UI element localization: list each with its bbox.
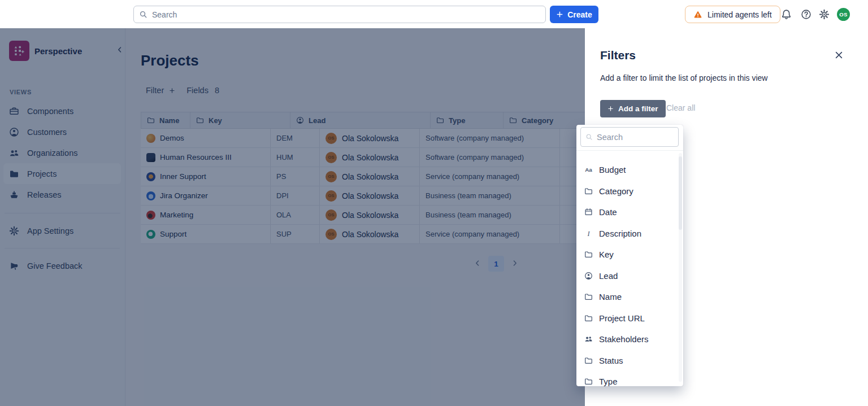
lead-name: Ola Sokolowska — [342, 230, 398, 239]
create-button[interactable]: Create — [550, 6, 598, 23]
filter-option-lead[interactable]: Lead — [576, 265, 683, 287]
column-header[interactable]: Name — [141, 112, 190, 128]
plus-icon — [556, 11, 563, 18]
sidebar-divider — [5, 213, 120, 213]
sidebar-item-app-settings[interactable]: App Settings — [3, 220, 121, 241]
sidebar-item-label: App Settings — [27, 226, 73, 235]
column-header[interactable]: Key — [190, 112, 290, 128]
lead-name: Ola Sokolowska — [342, 153, 398, 162]
settings-button[interactable] — [819, 9, 830, 20]
project-name-cell: Human Resources III — [141, 148, 270, 167]
project-lead-cell: OS Ola Sokolowska — [319, 129, 419, 147]
folder-icon — [584, 356, 593, 365]
filter-option-key[interactable]: Key — [576, 244, 683, 265]
next-page-button[interactable] — [510, 259, 520, 269]
sidebar-item-label: Give Feedback — [27, 261, 83, 270]
table-row[interactable]: Marketing OLA OS Ola Sokolowska Business… — [141, 206, 632, 225]
sidebar-item-customers[interactable]: Customers — [3, 121, 121, 142]
project-type-cell: Service (company managed) — [419, 225, 559, 243]
bell-icon — [781, 9, 792, 20]
filter-option-name[interactable]: Name — [576, 286, 683, 308]
lead-avatar: OS — [326, 152, 337, 163]
organizations-icon — [9, 148, 19, 158]
app-logo-icon — [9, 41, 29, 61]
filter-option-type[interactable]: Type — [576, 371, 683, 386]
table-row[interactable]: Jira Organizer DPI OS Ola Sokolowska Bus… — [141, 186, 632, 206]
prev-page-button[interactable] — [472, 259, 483, 269]
sidebar-item-label: Releases — [27, 190, 61, 199]
dropdown-scrollbar[interactable] — [679, 153, 682, 382]
add-filter-button-label: Add a filter — [618, 104, 658, 113]
limited-agents-badge[interactable]: Limited agents left — [685, 6, 780, 23]
project-key-cell: OLA — [270, 206, 319, 224]
project-key-cell: HUM — [270, 148, 319, 167]
filter-option-description[interactable]: Description — [576, 223, 683, 245]
close-panel-button[interactable] — [832, 50, 845, 62]
table-body: Demos DEM OS Ola Sokolowska Software (co… — [141, 129, 632, 244]
project-name: Inner Support — [160, 172, 206, 181]
column-header[interactable]: Category — [503, 112, 553, 128]
dropdown-search — [580, 127, 679, 147]
sidebar-item-releases[interactable]: Releases — [3, 184, 121, 205]
chevron-left-icon — [474, 259, 481, 267]
person-icon — [584, 272, 593, 280]
table-row[interactable]: Inner Support PS OS Ola Sokolowska Servi… — [141, 167, 632, 186]
filter-option-stakeholders[interactable]: Stakeholders — [576, 329, 683, 350]
filter-option-project-url[interactable]: Project URL — [576, 308, 683, 329]
view-toolbar: Filter Fields 8 — [146, 86, 219, 95]
filter-option-status[interactable]: Status — [576, 350, 683, 372]
help-button[interactable] — [801, 9, 811, 20]
filter-option-category[interactable]: Category — [576, 181, 683, 202]
folder-icon — [196, 116, 204, 124]
column-header[interactable]: Type — [430, 112, 503, 128]
filters-panel-title: Filters — [600, 49, 636, 62]
top-bar: Create Limited agents left OS — [0, 0, 868, 28]
sidebar-item-label: Organizations — [27, 149, 77, 158]
app-name: Perspective — [34, 46, 82, 56]
megaphone-icon — [9, 261, 19, 271]
project-name: Marketing — [160, 211, 193, 219]
create-button-label: Create — [567, 10, 592, 19]
notifications-button[interactable] — [781, 9, 792, 20]
gear-icon — [819, 9, 830, 20]
project-name-cell: Demos — [141, 129, 270, 147]
sidebar-item-give-feedback[interactable]: Give Feedback — [3, 255, 121, 276]
table-row[interactable]: Support SUP OS Ola Sokolowska Service (c… — [141, 225, 632, 244]
sidebar-item-organizations[interactable]: Organizations — [3, 142, 121, 163]
sidebar-collapse-button[interactable] — [114, 45, 125, 56]
sidebar-footer-nav: App Settings Give Feedback — [3, 220, 121, 276]
filter-option-label: Date — [599, 207, 617, 217]
filter-option-label: Key — [599, 250, 614, 259]
folder-icon — [584, 377, 593, 386]
column-header[interactable]: Lead — [290, 112, 430, 128]
filter-option-date[interactable]: Date — [576, 202, 683, 223]
filter-option-label: Description — [599, 229, 641, 238]
project-name-cell: Jira Organizer — [141, 186, 270, 205]
project-key-cell: PS — [270, 167, 319, 186]
column-header-label: Name — [159, 116, 179, 125]
fields-button[interactable]: Fields 8 — [186, 86, 219, 95]
add-filter-button[interactable]: Add a filter — [600, 100, 666, 117]
filter-option-budget[interactable]: Budget — [576, 159, 683, 181]
people-icon — [584, 335, 593, 343]
global-search-input[interactable] — [133, 6, 546, 23]
plus-icon — [169, 88, 175, 94]
sidebar-nav: Components Customers Organizations Proje… — [3, 101, 121, 205]
sidebar-item-projects[interactable]: Projects — [3, 163, 121, 184]
filters-panel-description: Add a filter to limit the list of projec… — [600, 73, 767, 82]
main-content: Projects Filter Fields 8 Name — [125, 28, 585, 406]
close-icon — [834, 50, 844, 60]
project-type-cell: Software (company managed) — [419, 129, 559, 147]
table-row[interactable]: Demos DEM OS Ola Sokolowska Software (co… — [141, 129, 632, 148]
filter-button[interactable]: Filter — [146, 86, 175, 95]
user-avatar[interactable]: OS — [837, 8, 850, 21]
sidebar-item-components[interactable]: Components — [3, 101, 121, 121]
dropdown-search-input[interactable] — [581, 128, 678, 146]
lead-name: Ola Sokolowska — [342, 172, 398, 181]
folder-icon — [436, 116, 444, 124]
lead-avatar: OS — [326, 190, 337, 202]
components-icon — [9, 106, 19, 116]
table-row[interactable]: Human Resources III HUM OS Ola Sokolowsk… — [141, 148, 632, 167]
current-page-button[interactable]: 1 — [488, 256, 504, 272]
clear-all-button[interactable]: Clear all — [666, 103, 695, 112]
